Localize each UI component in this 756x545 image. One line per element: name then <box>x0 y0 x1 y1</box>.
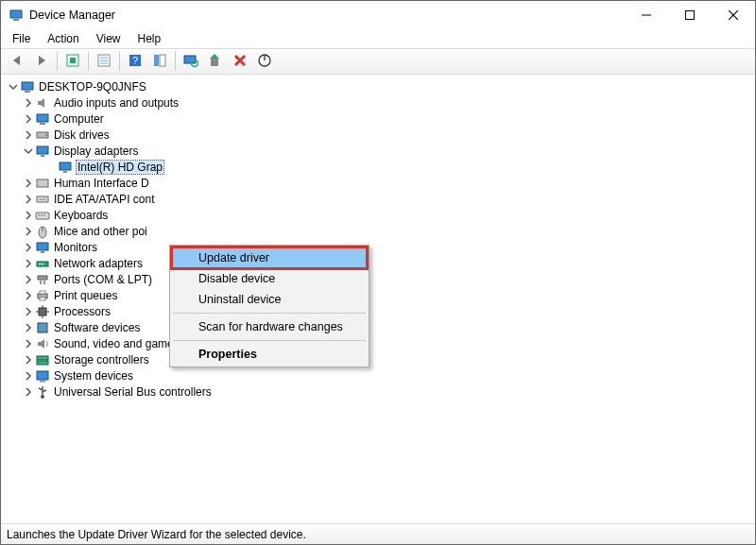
ctx-update-driver[interactable]: Update driver <box>172 247 367 268</box>
update-driver-button[interactable] <box>204 50 227 73</box>
chevron-right-icon[interactable] <box>22 257 35 270</box>
ctx-properties[interactable]: Properties <box>172 344 367 365</box>
back-button[interactable] <box>6 50 28 73</box>
update-icon <box>208 53 223 71</box>
chevron-right-icon[interactable] <box>22 193 35 206</box>
menu-action[interactable]: Action <box>40 31 86 46</box>
svg-rect-50 <box>40 291 45 294</box>
show-hidden-icon <box>65 53 80 71</box>
context-menu: Update driver Disable device Uninstall d… <box>169 245 369 367</box>
chevron-right-icon[interactable] <box>22 337 35 350</box>
tree-category[interactable]: Audio inputs and outputs <box>7 94 753 111</box>
svg-rect-0 <box>10 10 22 18</box>
chevron-right-icon[interactable] <box>22 225 35 238</box>
close-button[interactable] <box>712 1 755 29</box>
svg-rect-51 <box>40 298 45 300</box>
computer-icon <box>35 111 50 127</box>
tree-category[interactable]: Software devices <box>7 319 753 335</box>
tree-category[interactable]: Processors <box>7 303 753 319</box>
menu-help[interactable]: Help <box>130 31 169 46</box>
chevron-right-icon[interactable] <box>22 305 35 318</box>
help-icon: ? <box>128 53 143 71</box>
svg-rect-37 <box>41 214 43 216</box>
chevron-right-icon[interactable] <box>22 273 35 286</box>
minimize-button[interactable] <box>625 1 668 29</box>
menu-file[interactable]: File <box>5 31 38 46</box>
ctx-disable-device[interactable]: Disable device <box>172 268 367 289</box>
svg-rect-60 <box>37 371 48 380</box>
show-hidden-button[interactable] <box>61 50 84 73</box>
svg-rect-15 <box>160 55 165 66</box>
usb-icon <box>35 384 50 400</box>
tree-category[interactable]: Disk drives <box>7 127 753 143</box>
chevron-down-icon[interactable] <box>7 80 20 94</box>
tree-category[interactable]: Sound, video and game controllers <box>7 335 753 351</box>
speaker-icon <box>35 95 50 111</box>
svg-line-4 <box>729 10 738 20</box>
svg-rect-46 <box>38 276 47 280</box>
chevron-right-icon[interactable] <box>22 96 35 110</box>
chevron-right-icon[interactable] <box>22 209 35 222</box>
list-icon <box>152 53 167 71</box>
svg-rect-61 <box>40 381 45 383</box>
tree-category[interactable]: Human Interface D <box>7 175 753 191</box>
svg-rect-14 <box>154 55 159 66</box>
tree-category[interactable]: Mice and other poi <box>7 223 753 239</box>
mouse-icon <box>35 224 50 239</box>
chevron-right-icon[interactable] <box>22 369 35 383</box>
svg-point-45 <box>42 263 43 264</box>
chevron-right-icon[interactable] <box>22 353 35 366</box>
chevron-right-icon[interactable] <box>22 241 35 254</box>
ctx-scan-hardware[interactable]: Scan for hardware changes <box>172 316 367 337</box>
properties-button[interactable] <box>93 50 115 73</box>
chevron-right-icon[interactable] <box>22 385 35 399</box>
chevron-right-icon[interactable] <box>22 177 35 190</box>
tree-category[interactable]: Universal Serial Bus controllers <box>7 383 753 400</box>
svg-rect-36 <box>38 214 40 216</box>
toolbar-separator <box>57 52 58 71</box>
tree-category[interactable]: Monitors <box>7 239 753 255</box>
tree-category[interactable]: System devices <box>7 367 753 383</box>
ctx-uninstall-device[interactable]: Uninstall device <box>172 289 367 310</box>
forward-button[interactable] <box>30 50 53 73</box>
tree-category[interactable]: Computer <box>7 111 753 127</box>
forward-icon <box>34 53 49 71</box>
tree-category[interactable]: IDE ATA/ATAPI cont <box>7 191 753 207</box>
tree-category[interactable]: Keyboards <box>7 207 753 223</box>
chevron-down-icon[interactable] <box>22 145 35 158</box>
back-icon <box>9 53 25 71</box>
chevron-right-icon[interactable] <box>22 321 35 334</box>
scan-hardware-button[interactable] <box>180 50 202 73</box>
tree-category[interactable]: Storage controllers <box>7 351 753 367</box>
tree-category-display-adapters[interactable]: Display adapters <box>7 143 753 159</box>
chevron-right-icon[interactable] <box>22 128 35 142</box>
svg-rect-41 <box>37 243 48 250</box>
toolbar: ? <box>1 48 755 75</box>
app-icon <box>9 8 24 23</box>
tree-root-label: DESKTOP-9Q0JNFS <box>39 80 146 94</box>
tree-root[interactable]: DESKTOP-9Q0JNFS <box>7 78 753 94</box>
menu-view[interactable]: View <box>89 31 129 46</box>
enable-icon <box>257 53 272 71</box>
svg-rect-24 <box>37 114 48 122</box>
chevron-right-icon[interactable] <box>22 112 35 126</box>
context-menu-separator <box>173 313 366 314</box>
toolbar-separator <box>88 52 89 71</box>
tree-category[interactable]: Network adapters <box>7 255 753 271</box>
tree-category[interactable]: Print queues <box>7 287 753 303</box>
tree-device-intel-hd-graphics[interactable]: Intel(R) HD Grap <box>7 159 753 175</box>
list-button[interactable] <box>148 50 171 73</box>
device-tree[interactable]: DESKTOP-9Q0JNFS Audio inputs and outputs… <box>1 75 755 523</box>
monitor-icon <box>35 144 50 159</box>
scan-monitor-icon <box>183 53 198 71</box>
maximize-button[interactable] <box>668 1 712 29</box>
status-text: Launches the Update Driver Wizard for th… <box>7 528 306 541</box>
tree-category[interactable]: Ports (COM & LPT) <box>7 271 753 287</box>
window-title: Device Manager <box>29 9 625 22</box>
uninstall-button[interactable] <box>229 50 251 73</box>
svg-text:?: ? <box>132 55 138 66</box>
help-button[interactable]: ? <box>124 50 146 73</box>
chevron-right-icon[interactable] <box>22 289 35 302</box>
enable-button[interactable] <box>253 50 276 73</box>
svg-rect-3 <box>686 11 695 20</box>
